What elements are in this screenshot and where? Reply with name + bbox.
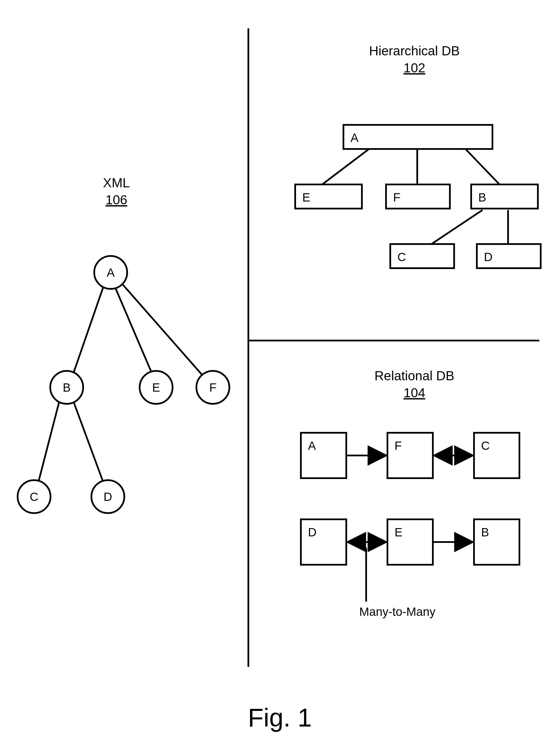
xml-edge-A-E — [116, 289, 152, 373]
rel-node-B: B — [474, 519, 519, 565]
hier-node-C-label: C — [397, 250, 406, 264]
svg-rect-6 — [343, 125, 493, 149]
hier-node-E: E — [295, 184, 362, 209]
svg-rect-14 — [474, 433, 519, 478]
xml-node-A-label: A — [107, 266, 115, 279]
svg-rect-16 — [387, 519, 433, 565]
hier-node-F: F — [386, 184, 450, 209]
rel-node-E-label: E — [395, 526, 402, 539]
rel-ref: 104 — [404, 385, 425, 400]
rel-node-E: E — [387, 519, 433, 565]
xml-edge-B-C — [38, 400, 60, 483]
xml-node-F-label: F — [209, 381, 217, 394]
xml-node-D-label: D — [104, 490, 112, 504]
xml-title: XML — [103, 176, 130, 190]
xml-node-E-label: E — [152, 381, 160, 394]
xml-node-D: D — [92, 480, 124, 513]
rel-m2m-label: Many-to-Many — [359, 605, 435, 618]
hier-edge-A-E — [322, 149, 369, 184]
hier-title: Hierarchical DB — [369, 43, 460, 58]
rel-node-F-label: F — [395, 439, 402, 452]
hierarchical-panel: Hierarchical DB 102 A E F B C D — [295, 43, 541, 268]
hier-node-F-label: F — [393, 191, 400, 204]
hier-node-B-label: B — [478, 191, 486, 204]
svg-rect-15 — [301, 519, 346, 565]
hier-edge-B-C — [432, 210, 482, 244]
rel-node-D: D — [301, 519, 346, 565]
xml-node-B-label: B — [63, 381, 71, 394]
svg-rect-13 — [387, 433, 433, 478]
hier-edge-A-B — [465, 149, 500, 184]
xml-ref: 106 — [105, 192, 127, 207]
hier-node-B: B — [471, 184, 538, 209]
rel-node-B-label: B — [481, 526, 489, 539]
hier-node-D-label: D — [484, 250, 493, 264]
xml-node-A: A — [94, 256, 127, 289]
rel-node-C-label: C — [481, 439, 489, 452]
hier-node-E-label: E — [302, 191, 310, 204]
rel-title: Relational DB — [374, 368, 454, 383]
rel-node-C: C — [474, 433, 519, 478]
xml-node-F: F — [196, 371, 229, 404]
hier-ref: 102 — [404, 60, 425, 75]
hier-node-D: D — [477, 244, 541, 268]
figure-caption: Fig. 1 — [248, 703, 312, 732]
rel-node-D-label: D — [308, 526, 317, 539]
xml-edge-B-D — [74, 403, 103, 482]
xml-edge-A-B — [73, 286, 104, 374]
xml-node-B: B — [50, 371, 83, 404]
xml-node-C-label: C — [30, 490, 38, 504]
svg-rect-17 — [474, 519, 519, 565]
hier-node-A: A — [343, 125, 493, 149]
rel-node-F: F — [387, 433, 433, 478]
xml-node-C: C — [18, 480, 51, 513]
rel-node-A: A — [301, 433, 346, 478]
xml-node-E: E — [140, 371, 173, 404]
rel-node-A-label: A — [308, 439, 316, 452]
relational-panel: Relational DB 104 A F C D E B Many-to-Ma… — [301, 368, 519, 618]
xml-panel: XML 106 A B E F C D — [18, 176, 229, 513]
hier-node-C: C — [390, 244, 454, 268]
svg-rect-12 — [301, 433, 346, 478]
hier-node-A-label: A — [351, 131, 359, 144]
figure-1-diagram: XML 106 A B E F C D Hierarchical DB 102 … — [0, 0, 560, 756]
